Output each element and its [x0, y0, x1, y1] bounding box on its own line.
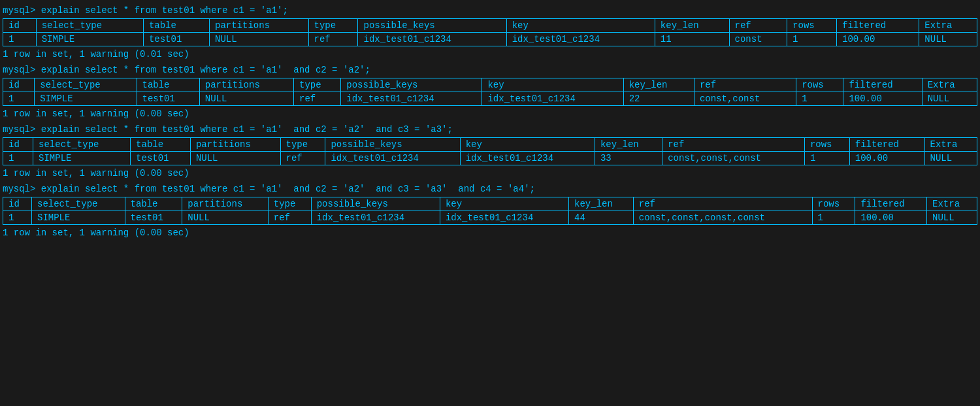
table-cell-1-0-5: idx_test01_c1234	[341, 92, 482, 106]
table-cell-3-0-8: const,const,const,const	[633, 211, 812, 225]
table-cell-0-0-5: idx_test01_c1234	[358, 33, 506, 46]
result-table-2: id select_type table partitions type pos…	[3, 137, 977, 165]
header-cell-1-6: key	[482, 78, 623, 92]
table-cell-1-0-7: 22	[623, 92, 694, 106]
table-cell-1-0-4: ref	[294, 92, 341, 106]
query-block-2: mysql> explain select * from test01 wher…	[3, 124, 977, 178]
command-line-0: mysql> explain select * from test01 wher…	[3, 5, 977, 16]
header-cell-2-9: rows	[804, 138, 849, 152]
row-count-0: 1 row in set, 1 warning (0.01 sec)	[3, 49, 977, 59]
table-cell-2-0-9: 1	[804, 152, 849, 165]
table-cell-2-0-8: const,const,const	[662, 152, 805, 165]
table-cell-2-0-3: NULL	[190, 152, 280, 165]
command-line-2: mysql> explain select * from test01 wher…	[3, 124, 977, 135]
table-cell-1-0-8: const,const	[694, 92, 796, 106]
header-cell-0-4: type	[308, 19, 358, 33]
table-cell-3-0-0: 1	[3, 211, 32, 225]
table-cell-3-0-3: NULL	[182, 211, 269, 225]
header-cell-1-7: key_len	[623, 78, 694, 92]
header-cell-0-2: table	[143, 19, 209, 33]
table-cell-1-0-0: 1	[3, 92, 35, 106]
header-cell-3-4: type	[268, 197, 311, 211]
header-cell-1-1: select_type	[35, 78, 137, 92]
header-cell-1-2: table	[137, 78, 199, 92]
header-cell-2-8: ref	[662, 138, 805, 152]
table-cell-0-0-4: ref	[308, 33, 358, 46]
header-cell-1-3: partitions	[199, 78, 293, 92]
header-cell-2-4: type	[280, 138, 325, 152]
table-cell-1-0-10: 100.00	[843, 92, 922, 106]
table-cell-0-0-7: 11	[655, 33, 729, 46]
command-line-1: mysql> explain select * from test01 wher…	[3, 65, 977, 75]
table-cell-1-0-3: NULL	[199, 92, 293, 106]
header-cell-0-6: key	[506, 19, 655, 33]
header-cell-3-6: key	[440, 197, 568, 211]
table-cell-3-0-6: idx_test01_c1234	[440, 211, 568, 225]
table-cell-3-0-10: 100.00	[855, 211, 927, 225]
table-cell-3-0-5: idx_test01_c1234	[311, 211, 440, 225]
table-cell-2-0-0: 1	[3, 152, 33, 165]
header-cell-2-3: partitions	[190, 138, 280, 152]
table-cell-3-0-9: 1	[812, 211, 855, 225]
command-line-3: mysql> explain select * from test01 wher…	[3, 184, 977, 194]
table-row: 1 SIMPLE test01 NULL ref idx_test01_c123…	[3, 33, 977, 46]
table-cell-3-0-7: 44	[569, 211, 634, 225]
header-cell-0-11: Extra	[919, 19, 977, 33]
table-cell-0-0-1: SIMPLE	[36, 33, 143, 46]
header-cell-2-11: Extra	[924, 138, 977, 152]
header-cell-1-5: possible_keys	[341, 78, 482, 92]
table-row: 1 SIMPLE test01 NULL ref idx_test01_c123…	[3, 92, 977, 106]
header-cell-2-2: table	[131, 138, 191, 152]
header-cell-0-8: ref	[729, 19, 787, 33]
header-cell-2-5: possible_keys	[325, 138, 460, 152]
header-cell-0-1: select_type	[36, 19, 143, 33]
result-table-0: id select_type table partitions type pos…	[3, 18, 977, 46]
table-cell-2-0-7: 33	[595, 152, 662, 165]
header-cell-3-8: ref	[633, 197, 812, 211]
table-cell-1-0-1: SIMPLE	[35, 92, 137, 106]
header-cell-3-3: partitions	[182, 197, 269, 211]
header-cell-3-2: table	[125, 197, 182, 211]
result-table-3: id select_type table partitions type pos…	[3, 197, 977, 225]
table-cell-0-0-3: NULL	[210, 33, 309, 46]
table-cell-2-0-5: idx_test01_c1234	[325, 152, 460, 165]
header-cell-3-11: Extra	[927, 197, 977, 211]
header-cell-3-10: filtered	[855, 197, 927, 211]
header-cell-3-5: possible_keys	[311, 197, 440, 211]
query-block-1: mysql> explain select * from test01 wher…	[3, 65, 977, 119]
table-cell-3-0-1: SIMPLE	[32, 211, 125, 225]
table-cell-0-0-10: 100.00	[837, 33, 919, 46]
table-cell-2-0-11: NULL	[924, 152, 977, 165]
header-cell-0-3: partitions	[210, 19, 309, 33]
header-cell-2-10: filtered	[849, 138, 924, 152]
header-cell-3-1: select_type	[32, 197, 125, 211]
table-cell-2-0-6: idx_test01_c1234	[460, 152, 595, 165]
header-cell-2-0: id	[3, 138, 33, 152]
table-cell-1-0-2: test01	[137, 92, 199, 106]
header-cell-1-10: filtered	[843, 78, 922, 92]
table-cell-2-0-4: ref	[280, 152, 325, 165]
table-cell-0-0-6: idx_test01_c1234	[506, 33, 655, 46]
table-cell-0-0-8: const	[729, 33, 787, 46]
table-cell-3-0-2: test01	[125, 211, 182, 225]
header-cell-2-1: select_type	[33, 138, 131, 152]
result-table-1: id select_type table partitions type pos…	[3, 78, 977, 106]
table-cell-1-0-9: 1	[796, 92, 843, 106]
header-cell-3-0: id	[3, 197, 32, 211]
row-count-3: 1 row in set, 1 warning (0.00 sec)	[3, 228, 977, 238]
header-cell-0-9: rows	[787, 19, 837, 33]
header-cell-2-7: key_len	[595, 138, 662, 152]
table-cell-0-0-9: 1	[787, 33, 837, 46]
header-cell-1-8: ref	[694, 78, 796, 92]
table-cell-0-0-2: test01	[143, 33, 209, 46]
header-cell-1-9: rows	[796, 78, 843, 92]
header-cell-1-0: id	[3, 78, 35, 92]
row-count-2: 1 row in set, 1 warning (0.00 sec)	[3, 168, 977, 178]
header-cell-0-10: filtered	[837, 19, 919, 33]
header-cell-0-5: possible_keys	[358, 19, 506, 33]
header-cell-1-4: type	[294, 78, 341, 92]
header-cell-0-0: id	[3, 19, 37, 33]
table-cell-3-0-11: NULL	[927, 211, 977, 225]
header-cell-3-9: rows	[812, 197, 855, 211]
query-block-0: mysql> explain select * from test01 wher…	[3, 5, 977, 59]
